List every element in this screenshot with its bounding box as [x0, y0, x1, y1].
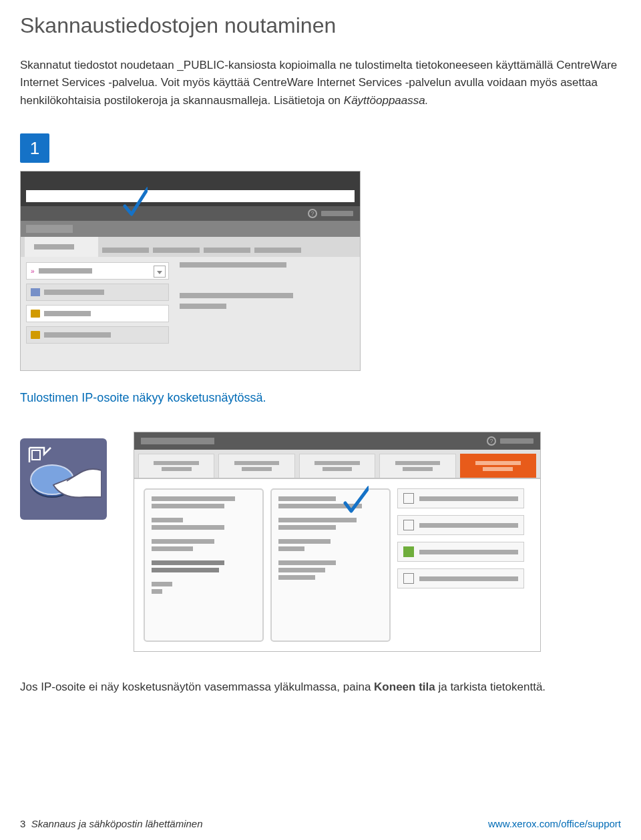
tab[interactable]: [379, 454, 455, 478]
intro-text: Skannatut tiedostot noudetaan _PUBLIC-ka…: [20, 59, 617, 107]
sidebar-item[interactable]: [26, 326, 169, 344]
address-bar[interactable]: [26, 190, 355, 202]
info-icon: [403, 520, 414, 530]
tab[interactable]: [254, 248, 301, 253]
list-item[interactable]: [397, 488, 524, 508]
panel1-main: [174, 257, 360, 370]
sidebar-label: [44, 290, 104, 295]
svg-rect-0: [32, 450, 40, 460]
tab[interactable]: [299, 454, 375, 478]
sidebar-label: [44, 332, 111, 338]
help-icon[interactable]: ?: [487, 436, 496, 446]
touchscreen-column: [397, 488, 524, 642]
sidebar-item[interactable]: »: [26, 262, 169, 280]
list-item[interactable]: [397, 542, 524, 562]
folder-icon: [31, 310, 40, 318]
touchscreen-tabs: [134, 450, 540, 479]
chart-icon: [403, 573, 414, 584]
tab[interactable]: [153, 248, 200, 253]
touchscreen-column: [270, 488, 391, 642]
page-title: Skannaustiedostojen noutaminen: [20, 13, 621, 38]
footer-page: 3: [20, 818, 25, 829]
tab[interactable]: [204, 248, 250, 253]
panel1-sidebar: »: [21, 257, 174, 370]
toolbar-label: [321, 211, 353, 216]
help-icon[interactable]: ?: [308, 209, 317, 218]
address-bar-row: [21, 186, 360, 206]
note2-a: Jos IP-osoite ei näy kosketusnäytön vase…: [20, 681, 374, 693]
window-titlebar: [21, 171, 360, 186]
content-line: [180, 293, 293, 298]
note-2: Jos IP-osoite ei näy kosketusnäytön vase…: [20, 679, 621, 696]
toolbar-row: ?: [21, 206, 360, 221]
tab[interactable]: [218, 454, 294, 478]
step-number-badge: 1: [20, 133, 49, 163]
tab-selected[interactable]: [460, 454, 536, 478]
download-icon: [403, 546, 414, 557]
footer-doc-title: Skannaus ja sähköpostin lähettäminen: [31, 818, 203, 829]
panel1-body: »: [21, 257, 360, 370]
topbar-label: [500, 438, 533, 444]
touch-button-illustration: [20, 438, 107, 520]
topbar-label: [141, 438, 214, 444]
list-item[interactable]: [397, 568, 524, 588]
touchscreen-body: [134, 479, 540, 651]
document-icon: [403, 493, 414, 504]
intro-italic: Käyttöoppaassa.: [344, 94, 429, 107]
checkmark-icon: [342, 486, 369, 519]
folder-icon: [31, 331, 40, 339]
page-footer: 3 Skannaus ja sähköpostin lähettäminen w…: [20, 818, 621, 829]
touchscreen-illustration: ?: [134, 432, 541, 652]
note2-bold: Koneen tila: [374, 681, 435, 693]
chevron-icon: »: [31, 268, 35, 275]
browser-window-illustration: ? »: [20, 171, 361, 371]
tab[interactable]: [138, 454, 214, 478]
illustration-row: ?: [20, 432, 621, 652]
touchscreen-topbar: ?: [134, 432, 540, 450]
sidebar-item[interactable]: [26, 305, 169, 322]
touchscreen-column: [144, 488, 264, 642]
checkmark-icon: [121, 186, 148, 224]
tab-selected[interactable]: [25, 237, 98, 257]
footer-url[interactable]: www.xerox.com/office/support: [488, 818, 621, 829]
tab[interactable]: [102, 248, 149, 253]
note2-b: ja tarkista tietokenttä.: [435, 681, 546, 693]
caption-1: Tulostimen IP-osoite näkyy kosketusnäytö…: [20, 391, 621, 405]
footer-left: 3 Skannaus ja sähköpostin lähettäminen: [20, 818, 203, 829]
self-bar: [21, 221, 360, 237]
sidebar-label: [39, 268, 92, 274]
content-line: [180, 304, 226, 309]
sidebar-item[interactable]: [26, 284, 169, 301]
computer-icon: [31, 288, 40, 296]
content-line: [180, 262, 286, 268]
dropdown-icon[interactable]: [154, 266, 166, 278]
list-item[interactable]: [397, 515, 524, 535]
tabs-row: [21, 237, 360, 257]
sidebar-label: [44, 311, 91, 316]
intro-paragraph: Skannatut tiedostot noudetaan _PUBLIC-ka…: [20, 57, 621, 109]
